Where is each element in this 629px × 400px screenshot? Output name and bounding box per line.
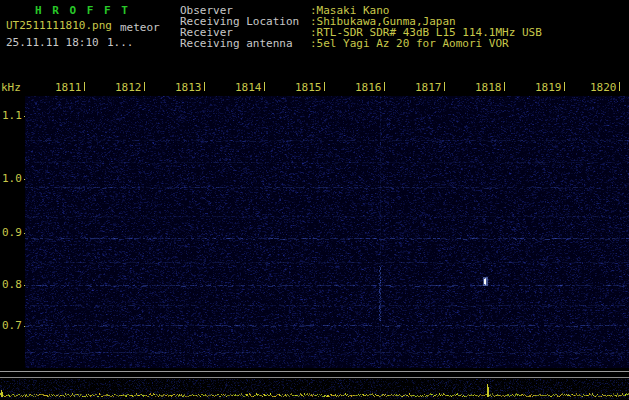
progress-dots: 1... [107, 37, 134, 48]
time-tick-label: 1819 [535, 82, 565, 93]
datetime-label: 25.11.11 18:10 [6, 37, 99, 48]
time-tick-label: 1815 [295, 82, 325, 93]
hrofft-window: H R O F F T UT2511111810.png meteor 25.1… [0, 0, 629, 400]
time-tick-label: 1820 [590, 82, 620, 93]
metadata-row: Receiving antenna:5el Yagi Az 20 for Aom… [180, 38, 542, 49]
output-filename: UT2511111810.png [6, 20, 112, 31]
level-strip-canvas [0, 370, 629, 400]
metadata-label: Receiving antenna [180, 38, 310, 49]
app-title: H R O F F T [35, 5, 130, 16]
spectrogram-canvas [25, 96, 629, 368]
time-tick-label: 1811 [55, 82, 85, 93]
time-tick-label: 1812 [115, 82, 145, 93]
metadata-table: Observer:Masaki KanoReceiving Location:S… [180, 5, 542, 49]
time-tick-label: 1818 [475, 82, 505, 93]
time-tick-label: 1813 [175, 82, 205, 93]
time-tick-label: 1817 [415, 82, 445, 93]
time-tick-label: 1814 [235, 82, 265, 93]
time-tick-label: 1816 [355, 82, 385, 93]
freq-unit-label: kHz [1, 82, 21, 93]
metadata-value: :5el Yagi Az 20 for Aomori VOR [310, 37, 509, 50]
mode-label: meteor [120, 22, 160, 33]
